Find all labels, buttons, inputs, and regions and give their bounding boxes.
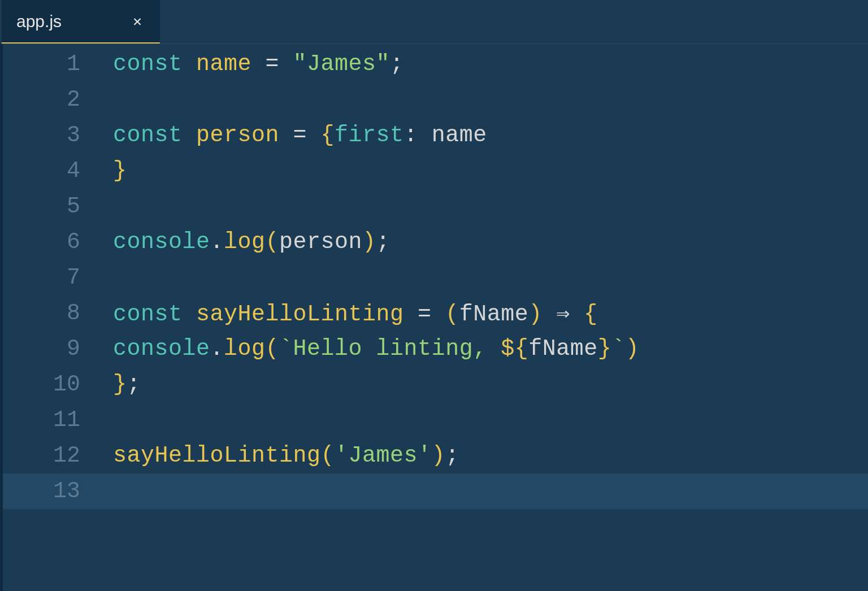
line-number: 6: [3, 229, 113, 255]
code-content[interactable]: };: [113, 372, 141, 397]
line-number: 12: [3, 443, 113, 468]
code-line[interactable]: 7: [3, 260, 868, 296]
line-number: 13: [3, 479, 113, 504]
tab-app-js[interactable]: app.js ✕: [2, 0, 160, 44]
code-content[interactable]: sayHelloLinting('James');: [113, 443, 459, 468]
code-line[interactable]: 11: [3, 402, 868, 438]
code-content[interactable]: const sayHelloLinting = (fName) ⇒ {: [113, 299, 598, 327]
tab-bar: app.js ✕: [0, 0, 868, 44]
code-editor[interactable]: 1const name = "James";23const person = {…: [0, 44, 868, 591]
code-line[interactable]: 8const sayHelloLinting = (fName) ⇒ {: [3, 296, 868, 331]
line-number: 7: [3, 265, 113, 290]
code-line[interactable]: 1const name = "James";: [3, 46, 868, 82]
close-icon[interactable]: ✕: [129, 10, 145, 33]
tab-label: app.js: [16, 12, 62, 31]
code-line[interactable]: 5: [3, 189, 868, 224]
line-number: 5: [3, 194, 113, 219]
line-number: 2: [3, 87, 113, 112]
code-line[interactable]: 12sayHelloLinting('James');: [3, 438, 868, 473]
line-number: 4: [3, 158, 113, 184]
code-content[interactable]: console.log(person);: [113, 229, 390, 255]
line-number: 1: [3, 51, 113, 77]
line-number: 9: [3, 336, 113, 362]
code-content[interactable]: const name = "James";: [113, 51, 404, 77]
code-line[interactable]: 13: [3, 473, 868, 509]
line-number: 8: [3, 301, 113, 326]
code-line[interactable]: 2: [3, 82, 868, 118]
line-number: 10: [3, 372, 113, 397]
code-content[interactable]: const person = {first: name: [113, 123, 487, 148]
code-line[interactable]: 6console.log(person);: [3, 224, 868, 260]
code-content[interactable]: console.log(`Hello linting, ${fName}`): [113, 336, 639, 362]
code-line[interactable]: 9console.log(`Hello linting, ${fName}`): [3, 331, 868, 367]
code-line[interactable]: 4}: [3, 153, 868, 189]
line-number: 11: [3, 407, 113, 433]
code-line[interactable]: 3const person = {first: name: [3, 118, 868, 153]
line-number: 3: [3, 123, 113, 148]
code-line[interactable]: 10};: [3, 367, 868, 402]
editor-window: app.js ✕ 1const name = "James";23const p…: [0, 0, 868, 591]
code-content[interactable]: }: [113, 158, 127, 184]
